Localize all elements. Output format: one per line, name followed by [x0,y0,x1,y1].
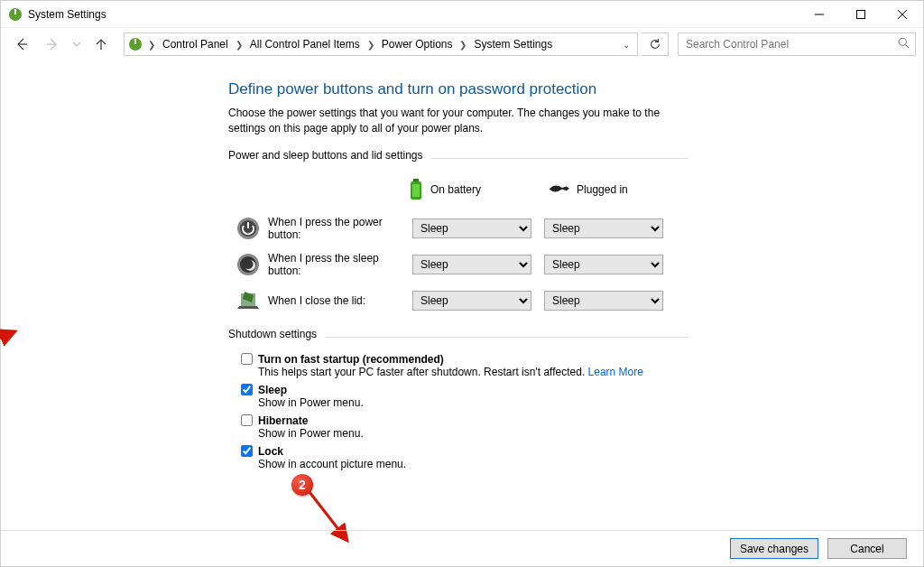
divider [431,158,688,159]
fast-startup-title: Turn on fast startup (recommended) [258,353,444,366]
laptop-lid-icon [236,288,261,313]
save-button[interactable]: Save changes [730,538,818,559]
hibernate-checkbox[interactable] [241,414,253,426]
buttons-row: Save changes Cancel [1,530,923,566]
page-heading: Define power buttons and turn on passwor… [228,80,923,98]
chk-fast-startup: Turn on fast startup (recommended) This … [241,353,923,378]
chevron-right-icon: ❯ [146,40,157,50]
crumb-system-settings[interactable]: System Settings [472,38,554,51]
hibernate-desc: Show in Power menu. [258,427,923,440]
chk-hibernate: Hibernate Show in Power menu. [241,414,923,440]
divider [326,337,688,338]
hibernate-title: Hibernate [258,414,308,427]
fast-startup-checkbox[interactable] [241,353,253,365]
recent-dropdown[interactable] [69,31,84,58]
row-close-lid: When I close the lid: Sleep Sleep [228,283,923,319]
chevron-right-icon: ❯ [234,40,245,50]
back-button[interactable] [8,31,35,58]
annotation-badge-2: 2 [291,474,313,496]
col-plugged-in: Plugged in [548,183,628,196]
row-sleep-button: When I press the sleep button: Sleep Sle… [228,246,923,283]
close-lid-plugged-select[interactable]: Sleep [544,291,663,311]
svg-rect-13 [413,179,419,181]
col-plugged-label: Plugged in [577,183,628,196]
svg-line-12 [906,45,910,49]
window: System Settings ❯ Control [0,0,924,567]
sleep-title: Sleep [258,384,287,396]
window-title: System Settings [28,8,106,21]
sleep-checkbox[interactable] [241,384,253,395]
svg-line-21 [0,331,15,351]
sleep-desc: Show in Power menu. [258,396,923,409]
chk-sleep: Sleep Show in Power menu. [241,384,923,409]
chk-lock: Lock Show in account picture menu. [241,445,923,470]
up-button[interactable] [88,31,115,58]
column-headers: On battery Plugged in [228,174,923,205]
power-button-plugged-select[interactable]: Sleep [544,218,663,238]
power-button-battery-select[interactable]: Sleep [412,218,531,238]
power-options-icon [128,37,143,51]
col-on-battery: On battery [409,179,481,200]
sleep-button-plugged-select[interactable]: Sleep [544,255,663,274]
maximize-button[interactable] [840,1,882,28]
svg-point-11 [899,38,906,45]
power-button-icon [236,216,261,241]
close-button[interactable] [882,1,923,28]
crumb-power-options[interactable]: Power Options [380,38,455,51]
page-intro: Choose the power settings that you want … [228,106,688,136]
lock-desc: Show in account picture menu. [258,458,923,470]
close-lid-battery-select[interactable]: Sleep [412,291,531,311]
chevron-right-icon: ❯ [457,40,468,50]
svg-rect-10 [134,39,136,44]
forward-button[interactable] [39,31,66,58]
lock-checkbox[interactable] [241,445,253,457]
crumb-control-panel[interactable]: Control Panel [161,38,230,51]
col-battery-label: On battery [430,183,481,196]
section-shutdown-label: Shutdown settings [228,328,317,340]
svg-rect-3 [857,10,865,18]
row-sleep-button-label: When I press the sleep button: [268,252,412,277]
row-close-lid-label: When I close the lid: [268,294,412,307]
battery-icon [409,179,423,200]
navbar: ❯ Control Panel ❯ All Control Panel Item… [1,28,923,60]
search-icon[interactable] [898,37,910,51]
svg-rect-1 [14,9,16,14]
search-box[interactable] [678,33,916,56]
titlebar: System Settings [1,1,923,28]
learn-more-link[interactable]: Learn More [588,366,643,378]
row-power-button: When I press the power button: Sleep Sle… [228,210,923,246]
plug-icon [548,184,569,195]
chevron-right-icon: ❯ [365,40,376,50]
search-input[interactable] [684,37,898,51]
app-icon [8,7,23,22]
sleep-button-battery-select[interactable]: Sleep [412,255,531,274]
lock-title: Lock [258,445,283,458]
svg-rect-15 [412,184,420,197]
section-buttons-label: Power and sleep buttons and lid settings [228,149,422,162]
chevron-down-icon[interactable]: ⌄ [619,40,633,50]
sleep-button-icon [236,252,261,277]
refresh-button[interactable] [642,33,669,56]
minimize-button[interactable] [799,1,840,28]
row-power-button-label: When I press the power button: [268,216,412,241]
cancel-button[interactable]: Cancel [827,538,907,559]
crumb-all-items[interactable]: All Control Panel Items [248,38,362,51]
fast-startup-desc: This helps start your PC faster after sh… [258,366,585,378]
content: Define power buttons and turn on passwor… [1,60,923,566]
breadcrumb[interactable]: ❯ Control Panel ❯ All Control Panel Item… [124,33,638,56]
